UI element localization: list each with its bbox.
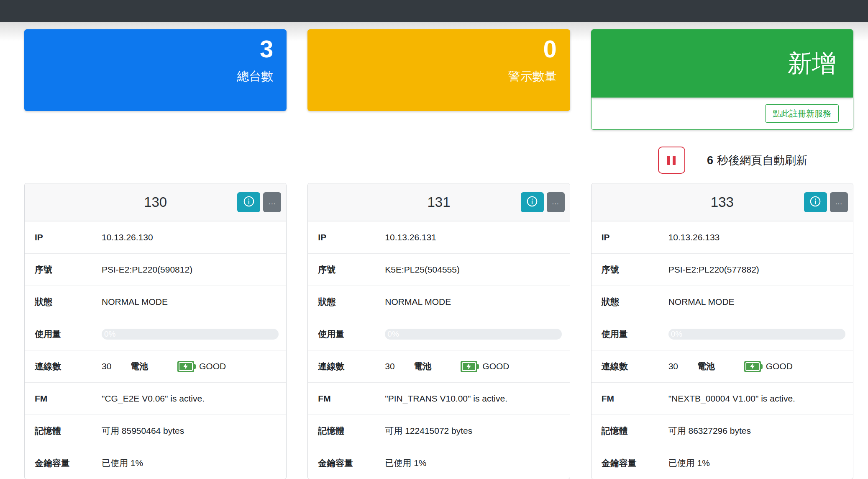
key-capacity-value: 已使用 1% (385, 457, 569, 469)
row-label: 記憶體 (25, 425, 102, 437)
ellipsis-icon: ... (835, 198, 842, 206)
row-label: 記憶體 (591, 425, 668, 437)
row-label: 金鑰容量 (591, 457, 668, 469)
device-info-button[interactable] (237, 192, 260, 212)
pause-icon (667, 156, 670, 165)
device-row-status: 狀態 NORMAL MODE (591, 286, 853, 318)
row-label: FM (308, 394, 385, 404)
device-more-button[interactable]: ... (263, 192, 281, 212)
battery-status-value: GOOD (199, 361, 226, 371)
device-card: 133 ... (591, 183, 853, 479)
dashboard-page: 3 總台數 0 警示數量 新增 點此註冊新服務 6秒後網頁自動刷新 130 (0, 0, 868, 479)
row-label: 連線數 (25, 361, 102, 372)
status-value: NORMAL MODE (102, 297, 286, 307)
row-label: 使用量 (25, 328, 102, 340)
device-row-key-capacity: 金鑰容量 已使用 1% (25, 447, 286, 479)
row-label: FM (25, 394, 102, 404)
row-label: 狀態 (591, 296, 668, 308)
device-row-status: 狀態 NORMAL MODE (308, 286, 569, 318)
device-card: 130 ... (24, 183, 287, 479)
info-icon (526, 195, 538, 209)
usage-progress-bar: 0% (102, 329, 279, 340)
connections-value: 30 (668, 361, 697, 371)
fm-value: "NEXTB_00004 V1.00" is active. (668, 394, 853, 404)
row-label: IP (25, 232, 102, 242)
pause-refresh-button[interactable] (658, 147, 685, 174)
connections-value: 30 (102, 361, 131, 371)
device-header-buttons: ... (237, 192, 281, 212)
battery-charging-icon (461, 361, 477, 372)
memory-value: 可用 122415072 bytes (385, 425, 569, 437)
device-card-header: 133 ... (591, 183, 853, 221)
device-row-ip: IP 10.13.26.131 (308, 221, 569, 253)
device-row-key-capacity: 金鑰容量 已使用 1% (591, 447, 853, 479)
usage-progress-bar: 0% (385, 329, 562, 340)
device-row-connections: 連線數 30 電池 GOOD (308, 350, 569, 382)
alert-count-card: 0 警示數量 (307, 29, 570, 111)
device-more-button[interactable]: ... (547, 192, 565, 212)
device-card: 131 ... (307, 183, 570, 479)
usage-progress-bar: 0% (668, 329, 845, 340)
device-row-serial: 序號 PSI-E2:PL220(577882) (591, 253, 853, 286)
refresh-label: 秒後網頁自動刷新 (717, 154, 807, 167)
device-cards-row: 130 ... (0, 183, 868, 479)
register-new-service-button[interactable]: 點此註冊新服務 (765, 104, 839, 123)
device-info-button[interactable] (521, 192, 544, 212)
device-row-memory: 記憶體 可用 86327296 bytes (591, 415, 853, 447)
device-row-status: 狀態 NORMAL MODE (25, 286, 286, 318)
connections-cell: 30 電池 GOOD (102, 361, 286, 372)
total-stations-label: 總台數 (237, 68, 273, 85)
device-row-ip: IP 10.13.26.133 (591, 221, 853, 253)
ip-value: 10.13.26.131 (385, 232, 569, 242)
row-label: 連線數 (591, 361, 668, 372)
device-row-ip: IP 10.13.26.130 (25, 221, 286, 253)
ellipsis-icon: ... (552, 198, 559, 206)
row-label: 序號 (308, 264, 385, 276)
device-row-connections: 連線數 30 電池 GOOD (591, 350, 853, 382)
row-label: 記憶體 (308, 425, 385, 437)
battery-charging-icon (177, 361, 194, 372)
device-row-fm: FM "CG_E2E V0.06" is active. (25, 382, 286, 415)
device-row-fm: FM "NEXTB_00004 V1.00" is active. (591, 382, 853, 415)
device-more-button[interactable]: ... (830, 192, 848, 212)
row-label: 使用量 (591, 328, 668, 340)
battery-status-value: GOOD (482, 361, 509, 371)
device-row-fm: FM "PIN_TRANS V10.00" is active. (308, 382, 569, 415)
serial-value: K5E:PL25(504555) (385, 265, 569, 275)
device-row-key-capacity: 金鑰容量 已使用 1% (308, 447, 569, 479)
register-card: 新增 點此註冊新服務 (591, 29, 853, 130)
status-value: NORMAL MODE (668, 297, 853, 307)
ellipsis-icon: ... (269, 198, 276, 206)
device-row-serial: 序號 K5E:PL25(504555) (308, 253, 569, 286)
device-row-memory: 記憶體 可用 122415072 bytes (308, 415, 569, 447)
usage-cell: 0% (668, 329, 853, 340)
pause-icon (673, 156, 676, 165)
key-capacity-value: 已使用 1% (668, 457, 853, 469)
alert-count-value: 0 (543, 35, 556, 63)
row-label: 金鑰容量 (25, 457, 102, 469)
summary-cards-row: 3 總台數 0 警示數量 新增 點此註冊新服務 (0, 29, 868, 130)
device-card-header: 130 ... (25, 183, 286, 221)
row-label: 連線數 (308, 361, 385, 372)
usage-percent-label: 0% (102, 329, 279, 340)
battery-charging-icon (744, 361, 761, 372)
alert-count-label: 警示數量 (508, 68, 557, 85)
register-card-title: 新增 (591, 30, 853, 98)
row-label: IP (308, 232, 385, 242)
ip-value: 10.13.26.133 (668, 232, 853, 242)
device-row-serial: 序號 PSI-E2:PL220(590812) (25, 253, 286, 286)
battery-label: 電池 (414, 361, 461, 372)
refresh-countdown-text: 6秒後網頁自動刷新 (707, 153, 807, 168)
row-label: 狀態 (25, 296, 102, 308)
memory-value: 可用 86327296 bytes (668, 425, 853, 437)
device-card-header: 131 ... (308, 183, 569, 221)
total-stations-card: 3 總台數 (24, 29, 287, 111)
device-header-buttons: ... (521, 192, 565, 212)
connections-cell: 30 電池 GOOD (668, 361, 853, 372)
top-navbar (0, 0, 868, 22)
key-capacity-value: 已使用 1% (102, 457, 286, 469)
device-row-usage: 使用量 0% (591, 318, 853, 350)
device-info-button[interactable] (804, 192, 827, 212)
usage-percent-label: 0% (385, 329, 562, 340)
row-label: 序號 (591, 264, 668, 276)
